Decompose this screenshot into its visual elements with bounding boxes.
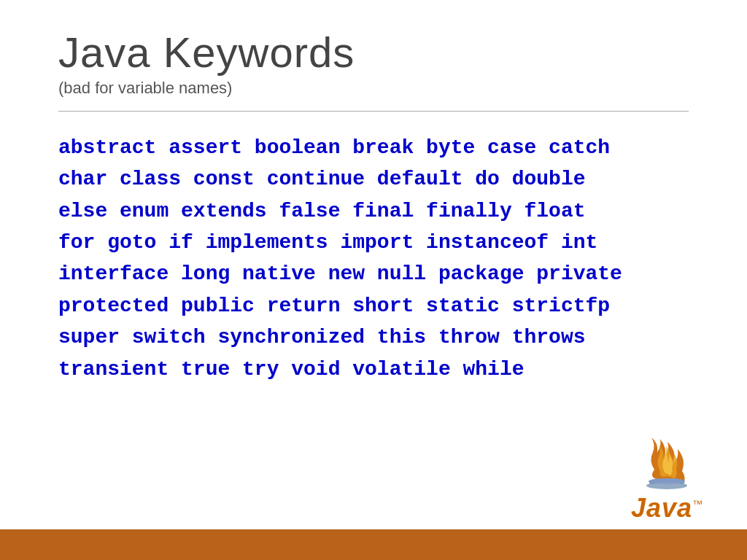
main-content: Java Keywords (bad for variable names) a… <box>0 0 747 385</box>
keywords-line-5: interface long native new null package p… <box>58 258 689 289</box>
title-divider <box>58 111 689 112</box>
java-logo: Java™ <box>631 426 703 524</box>
java-flame-icon <box>634 426 700 491</box>
bottom-bar <box>0 529 747 560</box>
keywords-line-8: transient true try void volatile while <box>58 354 689 385</box>
keywords-line-3: else enum extends false final finally fl… <box>58 195 689 227</box>
keywords-line-6: protected public return short static str… <box>58 290 689 322</box>
keywords-line-1: abstract assert boolean break byte case … <box>58 132 689 163</box>
page-title: Java Keywords <box>58 29 689 76</box>
keywords-block: abstract assert boolean break byte case … <box>58 132 689 385</box>
keywords-line-2: char class const continue default do dou… <box>58 163 689 195</box>
keywords-line-4: for goto if implements import instanceof… <box>58 227 689 258</box>
keywords-line-7: super switch synchronized this throw thr… <box>58 322 689 353</box>
svg-point-1 <box>649 478 685 484</box>
page-subtitle: (bad for variable names) <box>58 79 689 98</box>
java-logo-wordmark: Java™ <box>631 493 703 524</box>
